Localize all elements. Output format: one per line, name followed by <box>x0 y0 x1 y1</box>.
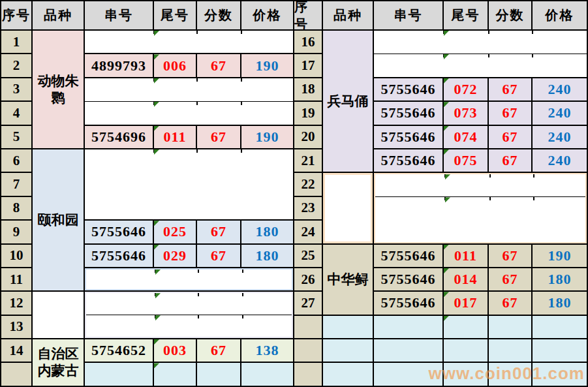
error-triangle-icon <box>444 102 449 107</box>
score-cell: 67 <box>489 292 531 314</box>
score-cell: 67 <box>489 268 531 290</box>
score-cell: 67 <box>489 149 531 172</box>
tail-cell: 014 <box>444 268 487 290</box>
tail-cell: 011 <box>444 245 487 267</box>
index-cell: 23 <box>294 197 322 219</box>
index-cell: 1 <box>1 31 31 53</box>
grid-tick <box>196 149 198 153</box>
grid-tick <box>489 197 491 200</box>
index-cell: 11 <box>1 268 31 290</box>
index-cell <box>294 316 322 338</box>
empty-strip <box>85 149 293 219</box>
score-cell: 67 <box>489 126 531 148</box>
header-cell: 尾号 <box>444 1 487 29</box>
error-triangle-icon <box>154 78 159 84</box>
score-cell: 67 <box>197 221 240 243</box>
serial-cell: 5755646 <box>85 221 153 243</box>
price-cell-empty <box>533 339 587 362</box>
grid-tick <box>242 270 243 273</box>
grid-tick <box>196 102 198 105</box>
grid-tick <box>241 78 242 82</box>
tail-cell-empty <box>154 363 196 385</box>
error-triangle-icon <box>444 316 449 321</box>
index-cell: 21 <box>294 149 322 172</box>
index-cell: 27 <box>294 292 322 314</box>
tail-cell: 073 <box>444 102 487 124</box>
variety-cell: 颐和园 <box>33 149 84 290</box>
grid-tick <box>532 31 533 34</box>
score-cell: 67 <box>489 245 531 267</box>
header-cell: 尾号 <box>154 1 196 29</box>
tail-cell: 075 <box>444 149 487 172</box>
variety-cell-empty <box>323 339 373 362</box>
header-cell: 分数 <box>197 1 240 29</box>
empty-strip-row <box>85 78 293 101</box>
score-cell: 67 <box>489 78 531 101</box>
header-cell: 价格 <box>533 1 587 29</box>
empty-strip-row <box>85 149 293 219</box>
price-cell-empty <box>533 316 587 338</box>
tail-cell: 006 <box>154 54 196 76</box>
score-cell: 67 <box>197 245 240 267</box>
index-cell <box>1 363 31 385</box>
index-cell: 2 <box>1 54 31 76</box>
grid-tick <box>532 54 533 57</box>
index-cell: 14 <box>1 339 31 362</box>
price-cell: 190 <box>241 54 293 76</box>
tail-cell: 072 <box>444 78 487 101</box>
price-cell: 180 <box>241 221 293 243</box>
index-cell: 5 <box>1 126 31 148</box>
serial-cell-empty <box>85 363 153 385</box>
score-cell-empty <box>489 339 531 362</box>
grid-tick <box>242 293 243 296</box>
price-cell: 138 <box>241 339 293 362</box>
tail-cell: 025 <box>154 221 196 243</box>
serial-cell: 5755646 <box>374 126 442 148</box>
score-cell-empty <box>489 316 531 338</box>
error-triangle-icon <box>155 315 161 320</box>
grid-tick <box>241 102 242 105</box>
index-cell <box>294 363 322 385</box>
price-cell: 240 <box>533 126 587 148</box>
error-triangle-icon <box>445 174 450 179</box>
variety-cell: 动物朱 鹮 <box>33 31 84 148</box>
grid-tick <box>533 174 534 178</box>
variety-cell-empty <box>323 363 373 385</box>
empty-strip-row <box>374 54 587 77</box>
grid-tick <box>198 270 199 273</box>
price-cell: 190 <box>533 245 587 267</box>
error-triangle-icon <box>444 54 449 59</box>
grid-tick <box>241 149 242 153</box>
empty-strip <box>374 173 587 243</box>
price-cell: 240 <box>533 102 587 124</box>
header-cell: 品种 <box>33 1 84 29</box>
index-cell: 24 <box>294 221 322 243</box>
score-cell: 67 <box>197 54 240 76</box>
header-cell: 分数 <box>489 1 531 29</box>
variety-cell <box>33 292 84 338</box>
tail-cell: 074 <box>444 126 487 148</box>
tail-cell-empty <box>444 339 487 362</box>
error-triangle-icon <box>444 126 449 131</box>
error-triangle-icon <box>444 78 449 84</box>
index-cell: 25 <box>294 245 322 267</box>
grid-tick <box>196 31 198 34</box>
score-cell: 67 <box>197 339 240 362</box>
index-cell: 3 <box>1 78 31 101</box>
error-triangle-icon <box>154 245 159 250</box>
grid-tick <box>533 197 534 200</box>
price-cell: 180 <box>533 292 587 314</box>
header-cell: 串号 <box>85 1 153 29</box>
index-cell: 12 <box>1 292 31 314</box>
index-cell <box>294 339 322 362</box>
index-cell: 18 <box>294 78 322 101</box>
index-cell: 16 <box>294 31 322 53</box>
empty-strip <box>374 31 587 77</box>
header-cell: 序号 <box>294 1 322 29</box>
price-table-page: 序号品种串号尾号分数价格1234567891011121314动物朱 鹮颐和园自… <box>0 0 588 387</box>
variety-cell: 中华鲟 <box>323 245 373 315</box>
serial-cell: 5755646 <box>374 78 442 101</box>
price-cell: 190 <box>241 126 293 148</box>
score-cell-empty <box>197 363 240 385</box>
error-triangle-icon <box>444 31 449 36</box>
